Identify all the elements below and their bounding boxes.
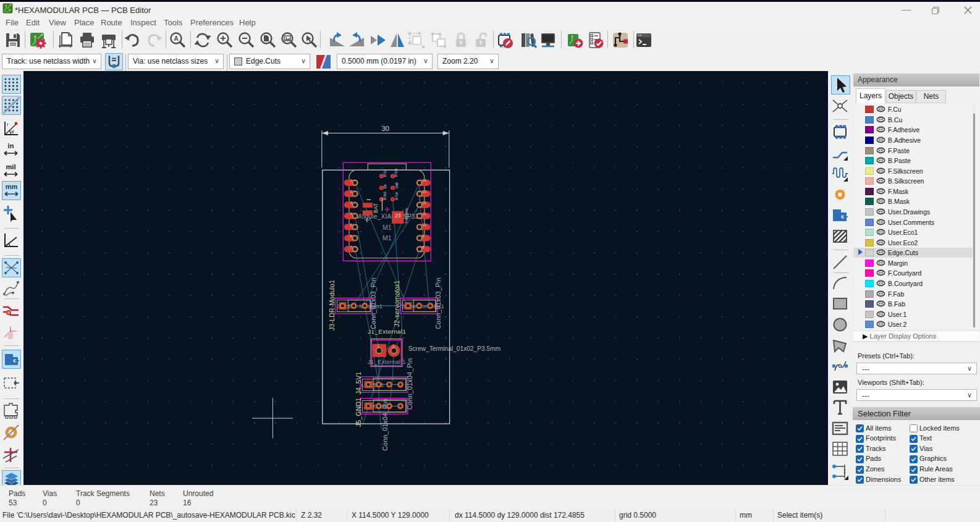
svg-text:MTDO: MTDO bbox=[395, 168, 399, 177]
svg-text:Conn_01x04_Pin: Conn_01x04_Pin bbox=[406, 358, 413, 410]
svg-text:mm: mm bbox=[6, 183, 18, 190]
svg-text:13: 13 bbox=[423, 190, 426, 193]
svg-text:10: 10 bbox=[423, 223, 426, 227]
svg-text:GND: GND bbox=[395, 182, 399, 188]
svg-text:in: in bbox=[8, 142, 14, 149]
svg-text:MTMS: MTMS bbox=[384, 192, 387, 200]
svg-text:THERMAL: THERMAL bbox=[405, 208, 408, 224]
svg-text:J2-servomotor1: J2-servomotor1 bbox=[393, 280, 400, 327]
svg-text:Screw_Terminal_01x02_P3.5mm: Screw_Terminal_01x02_P3.5mm bbox=[408, 345, 501, 352]
svg-text:12: 12 bbox=[423, 201, 426, 204]
svg-text:J1_External 1: J1_External 1 bbox=[368, 358, 406, 365]
svg-text:MTDI: MTDI bbox=[384, 170, 387, 177]
svg-text:6: 6 bbox=[350, 234, 352, 238]
svg-text:7: 7 bbox=[350, 245, 352, 249]
svg-text:M1: M1 bbox=[382, 224, 392, 231]
svg-text:Conn_01x04_Pin: Conn_01x04_Pin bbox=[381, 399, 389, 450]
svg-text:14: 14 bbox=[423, 179, 426, 182]
svg-text:MTCK: MTCK bbox=[395, 192, 399, 200]
svg-text:9: 9 bbox=[423, 234, 425, 238]
svg-text:1: 1 bbox=[350, 179, 352, 182]
svg-text:11: 11 bbox=[423, 212, 426, 216]
svg-text:A: A bbox=[174, 35, 178, 42]
svg-text:23: 23 bbox=[395, 213, 401, 219]
svg-text:2: 2 bbox=[350, 190, 352, 193]
svg-text:EN: EN bbox=[384, 185, 387, 188]
svg-text:r: r bbox=[7, 122, 9, 127]
svg-text:Conn_01x03_Pin: Conn_01x03_Pin bbox=[434, 277, 442, 329]
svg-text:8: 8 bbox=[423, 245, 425, 249]
svg-text:Conn_01x03_Pin: Conn_01x03_Pin bbox=[370, 277, 377, 329]
svg-text:1: 1 bbox=[378, 344, 380, 348]
svg-text:mil: mil bbox=[6, 163, 16, 170]
svg-text:30: 30 bbox=[382, 125, 389, 132]
svg-text:5: 5 bbox=[350, 223, 352, 227]
svg-text:J5_GND1: J5_GND1 bbox=[355, 398, 362, 427]
svg-text:2: 2 bbox=[392, 344, 395, 348]
svg-text:M1: M1 bbox=[382, 234, 392, 242]
svg-text:J3-LDR-Modulo1: J3-LDR-Modulo1 bbox=[328, 280, 336, 330]
svg-text:3: 3 bbox=[350, 201, 352, 204]
svg-text:J4_5V1: J4_5V1 bbox=[355, 372, 362, 395]
svg-text:θ: θ bbox=[11, 129, 14, 135]
svg-text:4: 4 bbox=[350, 212, 352, 216]
svg-text:BAT: BAT bbox=[373, 203, 379, 213]
